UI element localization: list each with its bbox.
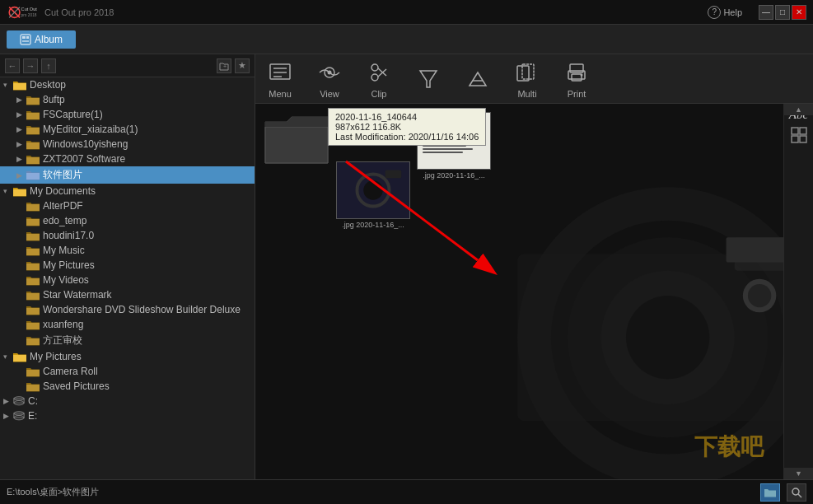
- tree-item-fangzheng[interactable]: 方正审校: [0, 332, 255, 349]
- tree-item-myeditor[interactable]: ▶ MyEditor_xiaizaiba(1): [0, 122, 255, 137]
- new-folder-icon: +: [219, 61, 229, 71]
- expand-arrow-zxt2007: ▶: [16, 155, 26, 163]
- help-button[interactable]: ? Help: [708, 6, 742, 19]
- menu-tool[interactable]: Menu: [264, 59, 297, 99]
- folder-icon-8uftp: [26, 95, 40, 105]
- svg-text:Cut Out: Cut Out: [21, 7, 38, 12]
- tree-item-mydocuments[interactable]: ▾ My Documents: [0, 184, 255, 198]
- enhance-icon: [465, 66, 491, 92]
- filter-icon: [415, 66, 442, 92]
- tree-item-wondershare[interactable]: Wondershare DVD Slideshow Builder Deluxe: [0, 302, 255, 317]
- multi-icon: [514, 59, 540, 86]
- tree-item-drive-c[interactable]: ▶ C:: [0, 394, 255, 408]
- maximize-button[interactable]: □: [775, 5, 790, 20]
- tree-label-wondershare: Wondershare DVD Slideshow Builder Deluxe: [43, 304, 251, 315]
- expand-arrow-fscapture: ▶: [16, 110, 26, 119]
- tree-item-fscapture[interactable]: ▶ FSCapture(1): [0, 107, 255, 122]
- svg-point-42: [748, 284, 771, 307]
- scroll-down-indicator: ▼: [784, 468, 814, 479]
- tree-item-ruanjian[interactable]: ▶ 软件图片: [0, 166, 255, 184]
- tree-label-fscapture: FSCapture(1): [43, 109, 251, 120]
- thumbnails-area: 2020-11-16_140644 813x504 116.8K Last Mo…: [264, 112, 491, 229]
- svg-rect-32: [572, 74, 582, 81]
- tree-item-mypictures-root[interactable]: ▾ My Pictures: [0, 349, 255, 364]
- tree-label-cameraroll: Camera Roll: [43, 366, 251, 377]
- back-button[interactable]: ←: [5, 58, 20, 73]
- tree-item-alterpdf[interactable]: AlterPDF: [0, 198, 255, 213]
- tree-label-xuanfeng: xuanfeng: [43, 319, 251, 330]
- print-tool[interactable]: Print: [560, 59, 593, 99]
- tree-label-zxt2007: ZXT2007 Software: [43, 153, 251, 165]
- folder-icon-fscapture: [26, 110, 40, 120]
- tree-item-mymusic[interactable]: My Music: [0, 243, 255, 258]
- tree-item-zxt2007[interactable]: ▶ ZXT2007 Software: [0, 152, 255, 166]
- view-tool[interactable]: View: [313, 59, 346, 99]
- svg-rect-8: [22, 40, 29, 42]
- expand-arrow-windows10: ▶: [16, 140, 26, 148]
- tree-item-savedpictures[interactable]: Saved Pictures: [0, 379, 255, 394]
- drive-icon-e: [13, 411, 25, 421]
- folder-icon-fangzheng: [26, 335, 40, 346]
- grid-view-icon[interactable]: [791, 127, 807, 146]
- folder-icon-edotemp: [26, 216, 40, 226]
- view-label: View: [320, 89, 339, 99]
- folder-icon-ruanjian: [26, 170, 40, 180]
- tree-item-desktop[interactable]: ▾ Desktop: [0, 77, 255, 92]
- tree-item-starwatermark[interactable]: Star Watermark: [0, 287, 255, 302]
- up-button[interactable]: ↑: [41, 58, 56, 73]
- svg-rect-6: [22, 36, 26, 39]
- folder-icon-mypictures-docs: [26, 260, 40, 271]
- tree-item-drive-e[interactable]: ▶ E:: [0, 408, 255, 423]
- svg-rect-5: [21, 35, 30, 44]
- expand-arrow-mydocuments: ▾: [3, 187, 13, 195]
- thumbnail-1[interactable]: .jpg 2020-11-16_...: [336, 161, 410, 229]
- tree-item-edotemp[interactable]: edo_temp: [0, 213, 255, 228]
- svg-line-55: [798, 494, 801, 497]
- clip-tool[interactable]: Clip: [362, 59, 395, 99]
- tree-item-houdini[interactable]: houdini17.0: [0, 228, 255, 243]
- app-logo: Cut Out pro 2018: [7, 2, 40, 22]
- thumbnail-2[interactable]: .jpg 2020-11-16_...: [417, 112, 491, 180]
- svg-rect-50: [792, 128, 798, 134]
- tree-label-alterpdf: AlterPDF: [43, 200, 251, 212]
- search-button[interactable]: [787, 483, 806, 502]
- close-button[interactable]: ✕: [792, 5, 806, 20]
- folder-icon-zxt2007: [26, 154, 40, 165]
- tree-label-houdini: houdini17.0: [43, 230, 251, 241]
- file-tree[interactable]: ▾ Desktop ▶ 8uftp ▶: [0, 77, 255, 479]
- folder-icon-windows10: [26, 139, 40, 150]
- big-folder-icon[interactable]: [264, 112, 329, 166]
- tree-label-8uftp: 8uftp: [43, 94, 251, 105]
- thumb-image-1: [336, 161, 410, 219]
- forward-button[interactable]: →: [23, 58, 38, 73]
- tree-item-mypictures-docs[interactable]: My Pictures: [0, 258, 255, 273]
- thumb-image-2: [417, 112, 491, 170]
- tree-item-myvideos[interactable]: My Videos: [0, 273, 255, 287]
- bookmark-button[interactable]: ★: [235, 58, 250, 73]
- folder-icon-houdini: [26, 231, 40, 241]
- tree-label-windows10: Windows10yisheng: [43, 138, 251, 150]
- album-button[interactable]: Album: [7, 30, 76, 49]
- tree-item-8uftp[interactable]: ▶ 8uftp: [0, 92, 255, 107]
- status-folder-button[interactable]: [760, 483, 780, 502]
- minimize-button[interactable]: —: [759, 5, 773, 20]
- expand-arrow-myeditor: ▶: [16, 125, 26, 133]
- tree-item-windows10[interactable]: ▶ Windows10yisheng: [0, 137, 255, 152]
- filter-tool[interactable]: [412, 66, 445, 92]
- clip-label: Clip: [371, 89, 387, 99]
- expand-arrow-mypictures-root: ▾: [3, 352, 13, 361]
- clip-icon: [366, 59, 392, 86]
- folder-icon-mymusic: [26, 245, 40, 256]
- expand-arrow-drive-c: ▶: [3, 397, 13, 405]
- enhance-tool[interactable]: [461, 66, 494, 92]
- tree-label-desktop: Desktop: [30, 79, 251, 91]
- expand-arrow-drive-e: ▶: [3, 412, 13, 420]
- tree-item-xuanfeng[interactable]: xuanfeng: [0, 317, 255, 332]
- multi-tool[interactable]: Multi: [511, 59, 544, 99]
- svg-rect-7: [26, 36, 29, 39]
- tree-label-savedpictures: Saved Pictures: [43, 380, 251, 392]
- tree-item-cameraroll[interactable]: Camera Roll: [0, 364, 255, 379]
- svg-rect-39: [517, 254, 813, 421]
- main-area: ← → ↑ + ★ ▾ Desktop: [0, 54, 813, 479]
- new-folder-button[interactable]: +: [217, 58, 231, 73]
